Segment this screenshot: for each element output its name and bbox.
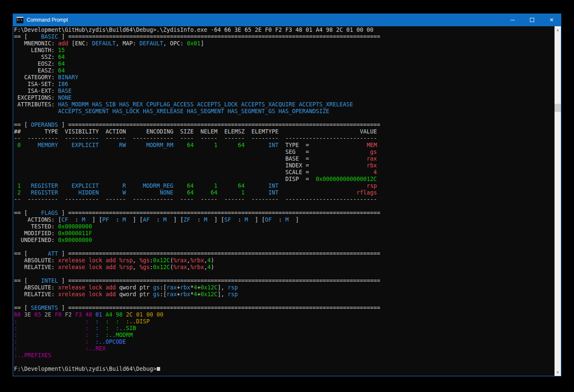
terminal-line: 66 3E 65 2E F0 F2 F3 48 01 A4 98 2C 01 0… bbox=[14, 311, 554, 318]
cmd-icon: C:\ bbox=[17, 17, 23, 23]
terminal-line: : : : : :..SIB bbox=[14, 325, 554, 332]
terminal-line: -- --------- ---------- ------ ---------… bbox=[14, 196, 554, 203]
terminal-line bbox=[14, 271, 554, 278]
minimize-icon bbox=[510, 20, 515, 20]
terminal-line: ABSOLUTE: xrelease lock add %rsp, %gs:0x… bbox=[14, 257, 554, 264]
terminal-line bbox=[14, 115, 554, 122]
terminal-line: ABSOLUTE: xrelease lock add qword ptr gs… bbox=[14, 284, 554, 291]
terminal-line: :..PREFIXES bbox=[14, 352, 554, 359]
title-bar[interactable]: C:\ Command Prompt ✕ bbox=[13, 14, 561, 26]
terminal-line: == [ SEGMENTS ] ========================… bbox=[14, 305, 554, 311]
terminal-line: ACCEPTS_SEGMENT HAS_LOCK HAS_XRELEASE HA… bbox=[14, 108, 554, 115]
close-icon: ✕ bbox=[549, 17, 554, 22]
scrollbar[interactable]: ∧ ∨ bbox=[555, 26, 561, 376]
close-button[interactable]: ✕ bbox=[542, 14, 561, 26]
terminal-line: DISP = 0x000000000000012C bbox=[14, 176, 554, 183]
chevron-down-icon: ∨ bbox=[556, 370, 559, 374]
scrollbar-thumb[interactable] bbox=[555, 104, 561, 112]
terminal-client-area: F:\Development\GitHub\zydis\Build64\Debu… bbox=[13, 26, 561, 376]
maximize-button[interactable] bbox=[522, 14, 542, 26]
minimize-button[interactable] bbox=[503, 14, 522, 26]
terminal-line: BASE = rax bbox=[14, 156, 554, 162]
terminal-line: UNDEFINED: 0x00000000 bbox=[14, 237, 554, 244]
terminal-line: ## TYPE VISIBILITY ACTION ENCODING SIZE … bbox=[14, 128, 554, 135]
terminal-line: == [ OPERANDS ] ========================… bbox=[14, 122, 554, 128]
maximize-icon bbox=[530, 18, 534, 22]
terminal-line: : : : :..MODRM bbox=[14, 332, 554, 339]
terminal-line: -- --------- ---------- ------ ---------… bbox=[14, 135, 554, 142]
terminal-line: == [ BASIC ] ===========================… bbox=[14, 33, 554, 40]
terminal-line: : :..REX bbox=[14, 345, 554, 352]
terminal-line: LENGTH: 15 bbox=[14, 47, 554, 54]
terminal-line: == [ ATT ] =============================… bbox=[14, 250, 554, 257]
terminal-line: 0 MEMORY EXPLICIT RW MODRM_RM 64 1 64 IN… bbox=[14, 142, 554, 149]
terminal-line: : : :..OPCODE bbox=[14, 339, 554, 345]
terminal-line: TESTED: 0x00000000 bbox=[14, 223, 554, 230]
terminal-line: SEG = gs bbox=[14, 149, 554, 156]
terminal-line bbox=[14, 359, 554, 366]
scrollbar-down-button[interactable]: ∨ bbox=[555, 369, 561, 375]
terminal-line: ACTIONS: [CF : M ] [PF : M ] [AF : M ] [… bbox=[14, 217, 554, 223]
terminal-line bbox=[14, 244, 554, 250]
terminal-line: EXCEPTIONS: NONE bbox=[14, 95, 554, 101]
terminal-line: ISA-SET: I86 bbox=[14, 81, 554, 88]
window-controls: ✕ bbox=[503, 14, 561, 26]
terminal-line: == [ INTEL ] ===========================… bbox=[14, 278, 554, 284]
terminal-line: ISA-EXT: BASE bbox=[14, 88, 554, 95]
terminal-line: RELATIVE: xrelease lock add %rsp, %gs:0x… bbox=[14, 264, 554, 271]
terminal-line: F:\Development\GitHub\zydis\Build64\Debu… bbox=[14, 366, 554, 373]
terminal-line: CATEGORY: BINARY bbox=[14, 74, 554, 81]
terminal-line: MNEMONIC: add [ENC: DEFAULT, MAP: DEFAUL… bbox=[14, 40, 554, 47]
command-prompt-window: C:\ Command Prompt ✕ F:\Development\GitH… bbox=[13, 14, 561, 376]
terminal-line: F:\Development\GitHub\zydis\Build64\Debu… bbox=[14, 27, 554, 33]
terminal-line: INDEX = rbx bbox=[14, 162, 554, 169]
terminal-line: 2 REGISTER HIDDEN W NONE 64 64 1 INT rfl… bbox=[14, 189, 554, 196]
terminal-line: : : : : : :..DISP bbox=[14, 318, 554, 325]
terminal-line: SSZ: 64 bbox=[14, 54, 554, 61]
terminal-line: ATTRIBUTES: HAS_MODRM HAS_SIB HAS_REX CP… bbox=[14, 101, 554, 108]
terminal-line: 1 REGISTER EXPLICIT R MODRM_REG 64 1 64 … bbox=[14, 183, 554, 189]
text-cursor bbox=[157, 367, 160, 371]
terminal-line bbox=[14, 203, 554, 210]
terminal-line: EOSZ: 64 bbox=[14, 61, 554, 67]
terminal-line: == [ FLAGS ] ===========================… bbox=[14, 210, 554, 217]
terminal-line bbox=[14, 298, 554, 305]
terminal-line: SCALE = 4 bbox=[14, 169, 554, 176]
terminal-line: MODIFIED: 0x0000011F bbox=[14, 230, 554, 237]
terminal-line: RELATIVE: xrelease lock add qword ptr gs… bbox=[14, 291, 554, 298]
scrollbar-up-button[interactable]: ∧ bbox=[555, 27, 561, 33]
terminal-line: EASZ: 64 bbox=[14, 67, 554, 74]
window-title: Command Prompt bbox=[27, 17, 503, 23]
chevron-up-icon: ∧ bbox=[556, 28, 559, 32]
terminal-output[interactable]: F:\Development\GitHub\zydis\Build64\Debu… bbox=[14, 27, 554, 376]
